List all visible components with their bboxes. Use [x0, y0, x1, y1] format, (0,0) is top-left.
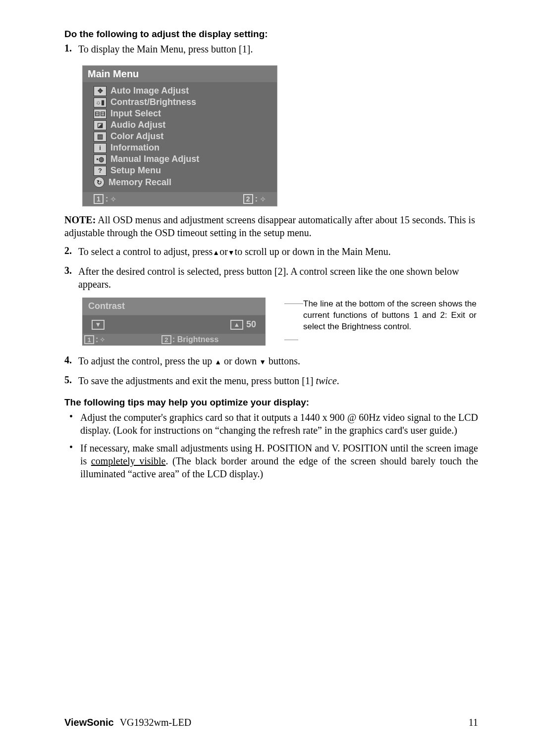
osd-footer: 1 : ✧ 2 : ✧ [83, 192, 277, 206]
text-or: or [219, 246, 228, 257]
box-2-icon: 2 [161, 335, 171, 344]
text-italic: twice [316, 375, 337, 386]
osd-body: ✥Auto Image Adjust ☼▮Contrast/Brightness… [83, 82, 277, 192]
triangle-down-icon: ▼ [228, 249, 235, 256]
text-post: . [337, 375, 339, 386]
footer-brand: ViewSonic [64, 717, 114, 728]
colon: : [96, 335, 98, 344]
step-5: 5. To save the adjustments and exit the … [64, 374, 478, 387]
box-2-icon: 2 [243, 194, 253, 204]
triangle-up-icon: ▲ [214, 358, 221, 366]
color-icon: ▥ [94, 132, 107, 142]
note-paragraph: NOTE: All OSD menus and adjustment scree… [64, 213, 478, 239]
osd-label: Setup Menu [110, 165, 161, 176]
osd-item-memory: ↻Memory Recall [94, 176, 266, 188]
osd-label: Memory Recall [108, 177, 171, 188]
bullet-icon: • [69, 411, 80, 437]
osd-label: Input Select [110, 108, 161, 119]
audio-icon: ◪ [94, 120, 107, 130]
text-pre: To select a control to adjust, press [78, 246, 213, 257]
step-num: 2. [64, 245, 78, 258]
info-icon: i [94, 143, 107, 153]
contrast-body: ▼ ▲ 50 [82, 315, 266, 334]
osd-footer-1: 1 : ✧ [94, 194, 116, 204]
osd-label: Information [110, 143, 160, 153]
osd-item-info: iInformation [94, 142, 266, 153]
step-1: 1. To display the Main Menu, press butto… [64, 43, 478, 55]
colon: : [255, 195, 258, 203]
osd-label: Manual Image Adjust [110, 154, 199, 164]
step-4: 4. To adjust the control, press the up ▲… [64, 354, 478, 367]
bullet-icon: • [69, 442, 80, 480]
question-icon: ? [94, 166, 107, 176]
triangle-up-icon: ▲ [213, 249, 219, 256]
triangle-up-icon: ▲ [230, 320, 243, 330]
step-text: To select a control to adjust, press▲or▼… [78, 245, 478, 258]
triangle-down-icon: ▼ [92, 320, 105, 330]
colon: : [106, 195, 108, 203]
exit-icon: ✧ [110, 195, 116, 204]
heading-tips: The following tips may help you optimize… [64, 397, 478, 408]
step-num: 4. [64, 354, 78, 367]
box-1-icon: 1 [84, 335, 94, 344]
annotation-text: The line at the bottom of the screen sho… [303, 298, 477, 346]
enter-icon: ✧ [260, 195, 266, 204]
step-text: To save the adjustments and exit the men… [78, 374, 478, 387]
text-pre: To adjust the control, press the up [78, 355, 214, 366]
osd-item-contrast: ☼▮Contrast/Brightness [94, 97, 266, 108]
osd-title: Main Menu [83, 66, 277, 82]
step-3: 3. After the desired control is selected… [64, 265, 478, 291]
step-text: To display the Main Menu, press button [… [78, 43, 478, 55]
text-post: to scroll up or down in the Main Menu. [235, 246, 391, 257]
step-num: 1. [64, 43, 78, 55]
contrast-example: Contrast ▼ ▲ 50 1 : ✧ 2 : Brightness [82, 298, 478, 346]
manual-icon: ▪◍ [94, 154, 107, 164]
text-post: buttons. [266, 355, 300, 366]
text-pre: To save the adjustments and exit the men… [78, 375, 316, 386]
osd-item-manual: ▪◍Manual Image Adjust [94, 153, 266, 165]
input-icon: ⊟⊟ [94, 109, 107, 119]
leader-line-bottom [284, 340, 298, 346]
crosshair-icon: ✥ [94, 86, 107, 96]
footer-left: ViewSonicVG1932wm-LED [64, 717, 191, 728]
triangle-down-icon: ▼ [259, 358, 266, 366]
contrast-footer: 1 : ✧ 2 : Brightness [82, 334, 266, 346]
recall-icon: ↻ [94, 177, 105, 188]
osd-item-input: ⊟⊟Input Select [94, 108, 266, 119]
text-underline: completely visible [91, 455, 166, 466]
osd-label: Audio Adjust [110, 120, 165, 130]
exit-icon: ✧ [100, 336, 106, 344]
osd-label: Auto Image Adjust [110, 86, 189, 96]
osd-main-menu: Main Menu ✥Auto Image Adjust ☼▮Contrast/… [82, 65, 277, 206]
osd-item-audio: ◪Audio Adjust [94, 119, 266, 131]
osd-item-setup: ?Setup Menu [94, 165, 266, 176]
step-num: 3. [64, 265, 78, 291]
contrast-widget: Contrast ▼ ▲ 50 1 : ✧ 2 : Brightness [82, 298, 266, 346]
osd-footer-2: 2 : ✧ [243, 194, 266, 204]
heading-adjust: Do the following to adjust the display s… [64, 29, 478, 40]
tip-text: Adjust the computer's graphics card so t… [80, 411, 478, 437]
step-2: 2. To select a control to adjust, press▲… [64, 245, 478, 258]
note-label: NOTE: [64, 214, 96, 225]
step-text: To adjust the control, press the up ▲ or… [78, 354, 478, 367]
cf-center: 2 : Brightness [120, 335, 260, 344]
contrast-right: ▲ 50 [230, 319, 256, 330]
leader-line-top [284, 298, 303, 304]
osd-item-color: ▥Color Adjust [94, 131, 266, 142]
page-footer: ViewSonicVG1932wm-LED 11 [64, 717, 478, 728]
step-text: After the desired control is selected, p… [78, 265, 478, 291]
box-1-icon: 1 [94, 194, 104, 204]
footer-model: VG1932wm-LED [120, 717, 191, 728]
note-text: All OSD menus and adjustment screens dis… [64, 214, 475, 238]
osd-label: Color Adjust [110, 131, 163, 142]
contrast-icon: ☼▮ [94, 98, 107, 107]
tip-2: • If necessary, make small adjustments u… [69, 442, 478, 480]
tip-1: • Adjust the computer's graphics card so… [69, 411, 478, 437]
osd-label: Contrast/Brightness [110, 97, 196, 107]
cf-left: 1 : ✧ [84, 335, 106, 344]
cf-center-label: : Brightness [172, 335, 218, 344]
tip-text: If necessary, make small adjustments usi… [80, 442, 478, 480]
page-number: 11 [469, 717, 478, 728]
text-mid: or down [221, 355, 259, 366]
osd-item-auto-image: ✥Auto Image Adjust [94, 85, 266, 97]
